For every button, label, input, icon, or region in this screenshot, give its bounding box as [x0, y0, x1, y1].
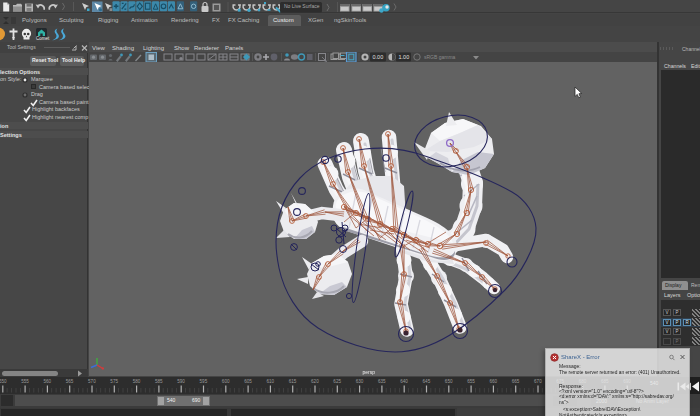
svg-text:550: 550: [0, 379, 7, 384]
svg-text:605: 605: [244, 379, 252, 384]
svg-text:610: 610: [266, 379, 274, 384]
svg-text:635: 635: [378, 379, 386, 384]
svg-text:630: 630: [356, 379, 364, 384]
svg-text:660: 660: [489, 379, 497, 384]
svg-text:650: 650: [445, 379, 453, 384]
svg-text:persp: persp: [363, 369, 376, 375]
svg-text:575: 575: [110, 379, 118, 384]
svg-text:620: 620: [311, 379, 319, 384]
svg-text:640: 640: [400, 379, 408, 384]
svg-text:555: 555: [21, 379, 29, 384]
svg-text:560: 560: [43, 379, 51, 384]
svg-text:590: 590: [177, 379, 185, 384]
svg-text:600: 600: [222, 379, 230, 384]
svg-text:665: 665: [512, 379, 520, 384]
svg-text:570: 570: [88, 379, 96, 384]
svg-text:595: 595: [200, 379, 208, 384]
svg-text:655: 655: [467, 379, 475, 384]
svg-text:625: 625: [333, 379, 341, 384]
svg-text:565: 565: [66, 379, 74, 384]
svg-text:645: 645: [423, 379, 431, 384]
svg-text:585: 585: [155, 379, 163, 384]
svg-text:615: 615: [289, 379, 297, 384]
svg-text:670: 670: [534, 379, 542, 384]
svg-text:580: 580: [133, 379, 141, 384]
